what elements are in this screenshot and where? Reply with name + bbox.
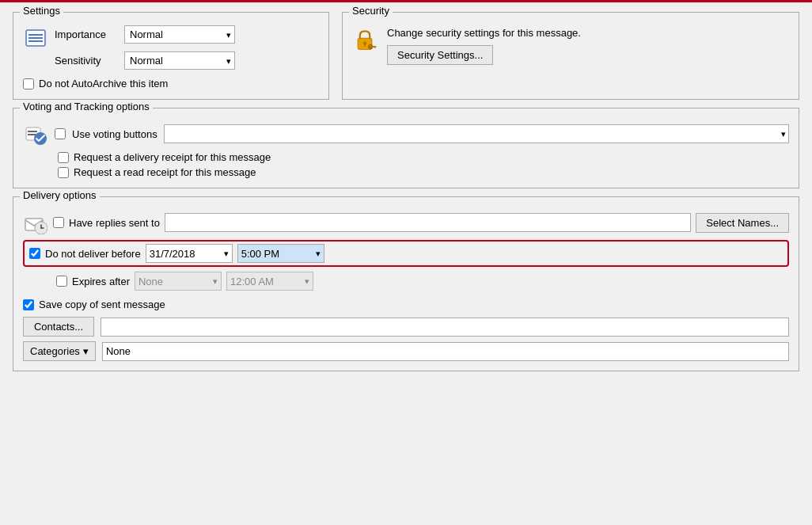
svg-rect-3 — [28, 40, 43, 42]
svg-rect-2 — [28, 37, 43, 39]
security-description: Change security settings for this messag… — [387, 27, 581, 39]
svg-rect-9 — [374, 46, 375, 48]
sensitivity-label: Sensitivity — [55, 55, 118, 67]
save-copy-checkbox[interactable] — [23, 299, 34, 310]
delivery-section: Delivery options Have replies sent to Se… — [13, 196, 799, 371]
sensitivity-select[interactable]: Normal Personal Private Confidential — [124, 51, 235, 70]
sensitivity-select-wrapper[interactable]: Normal Personal Private Confidential — [124, 51, 235, 70]
security-settings-button[interactable]: Security Settings... — [387, 45, 493, 65]
delivery-icon — [23, 210, 48, 235]
have-replies-label: Have replies sent to — [69, 217, 160, 229]
deliver-date-wrapper[interactable]: 31/7/2018 — [146, 244, 233, 263]
use-voting-checkbox[interactable] — [55, 128, 66, 139]
main-container: Settings Importa — [0, 0, 812, 525]
contacts-input[interactable] — [101, 318, 789, 337]
expires-time-select[interactable]: 12:00 AM — [226, 272, 313, 291]
replies-input[interactable] — [165, 213, 691, 232]
do-not-deliver-checkbox[interactable] — [29, 248, 40, 259]
categories-label: Categories — [30, 345, 80, 357]
security-title: Security — [349, 5, 393, 17]
settings-title: Settings — [20, 5, 63, 17]
svg-rect-14 — [28, 134, 36, 135]
categories-value[interactable]: None — [102, 342, 789, 361]
select-names-button[interactable]: Select Names... — [696, 213, 789, 233]
autoarchive-checkbox[interactable] — [23, 78, 34, 89]
expires-after-checkbox[interactable] — [56, 276, 67, 287]
security-section: Security — [342, 12, 799, 100]
voting-icon — [23, 121, 48, 146]
autoarchive-label: Do not AutoArchive this item — [39, 78, 168, 89]
importance-select-wrapper[interactable]: Normal Low High — [124, 25, 235, 44]
voting-title: Voting and Tracking options — [20, 101, 153, 112]
delivery-title: Delivery options — [20, 189, 100, 201]
have-replies-checkbox[interactable] — [53, 217, 64, 228]
settings-icon — [23, 25, 48, 51]
delivery-receipt-checkbox[interactable] — [58, 152, 69, 163]
expires-date-select[interactable]: None — [135, 272, 222, 291]
save-copy-label: Save copy of sent message — [39, 299, 165, 310]
contacts-button[interactable]: Contacts... — [23, 317, 94, 337]
categories-chevron-icon: ▾ — [83, 345, 89, 357]
read-receipt-checkbox[interactable] — [58, 167, 69, 178]
svg-rect-13 — [28, 131, 37, 132]
importance-label: Importance — [55, 29, 118, 40]
expires-time-wrapper[interactable]: 12:00 AM — [226, 272, 313, 291]
voting-buttons-select[interactable] — [164, 124, 789, 143]
importance-select[interactable]: Normal Low High — [124, 25, 235, 44]
delivery-receipt-label: Request a delivery receipt for this mess… — [74, 151, 271, 163]
deliver-time-wrapper[interactable]: 5:00 PM — [237, 244, 324, 263]
contacts-row: Contacts... — [23, 317, 789, 337]
categories-row: Categories ▾ None — [23, 341, 789, 361]
settings-section: Settings Importa — [13, 12, 329, 100]
security-lock-icon — [352, 27, 378, 52]
expires-date-wrapper[interactable]: None — [135, 272, 222, 291]
deliver-date-select[interactable]: 31/7/2018 — [146, 244, 233, 263]
read-receipt-label: Request a read receipt for this message — [74, 166, 256, 178]
svg-rect-10 — [374, 46, 374, 48]
do-not-deliver-row: Do not deliver before 31/7/2018 5:00 PM — [23, 240, 789, 267]
categories-button[interactable]: Categories ▾ — [23, 341, 96, 361]
voting-buttons-select-wrapper[interactable] — [164, 124, 789, 143]
svg-rect-1 — [28, 34, 43, 36]
expires-after-label: Expires after — [72, 276, 130, 287]
use-voting-label: Use voting buttons — [72, 128, 157, 140]
svg-rect-6 — [364, 44, 366, 47]
do-not-deliver-label: Do not deliver before — [45, 248, 141, 260]
deliver-time-select[interactable]: 5:00 PM — [237, 244, 324, 263]
voting-section: Voting and Tracking options Use voting b… — [13, 108, 799, 188]
expires-after-row: Expires after None 12:00 AM — [23, 272, 789, 291]
